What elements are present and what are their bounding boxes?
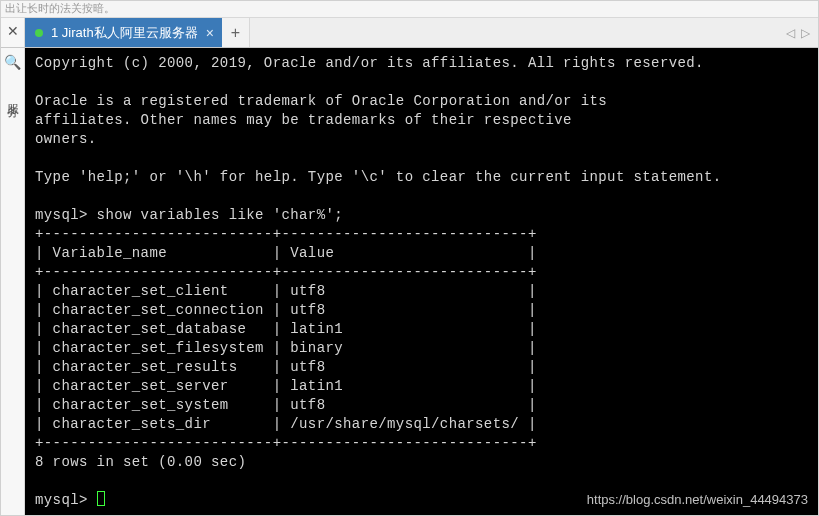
table-border-bot: +--------------------------+------------… — [35, 435, 537, 451]
tab-close-icon[interactable]: × — [206, 25, 214, 41]
term-trademark-line3: owners. — [35, 131, 97, 147]
status-dot-icon — [35, 29, 43, 37]
watermark: https://blog.csdn.net/weixin_44494373 — [587, 490, 808, 509]
side-gutter: 🔍 服务 — [1, 48, 25, 515]
table-border-mid: +--------------------------+------------… — [35, 264, 537, 280]
search-icon[interactable]: 🔍 — [4, 54, 21, 70]
table-row: | character_set_results | utf8 | — [35, 359, 537, 375]
terminal[interactable]: Copyright (c) 2000, 2019, Oracle and/or … — [25, 48, 818, 515]
tabbar-left-gutter: ✕ — [1, 18, 25, 47]
new-tab-button[interactable]: + — [222, 18, 250, 47]
main-area: 🔍 服务 Copyright (c) 2000, 2019, Oracle an… — [1, 48, 818, 515]
term-prompt-1: mysql> show variables like 'char%'; — [35, 207, 343, 223]
table-header: | Variable_name | Value | — [35, 245, 537, 261]
term-help-hint: Type 'help;' or '\h' for help. Type '\c'… — [35, 169, 722, 185]
tabbar-spacer — [250, 18, 778, 47]
term-trademark-line2: affiliates. Other names may be trademark… — [35, 112, 572, 128]
tab-next-icon[interactable]: ▷ — [801, 26, 810, 40]
tab-prev-icon[interactable]: ◁ — [786, 26, 795, 40]
tab-bar: ✕ 1 Jirath私人阿里云服务器 × + ◁ ▷ — [1, 18, 818, 48]
cropped-text-fragment: 出让长时的法关按暗。 — [1, 1, 818, 18]
table-row: | character_set_server | latin1 | — [35, 378, 537, 394]
table-row: | character_set_connection | utf8 | — [35, 302, 537, 318]
cursor-icon — [97, 491, 105, 506]
side-label-services[interactable]: 服务 — [4, 94, 21, 98]
term-prompt-2: mysql> — [35, 492, 97, 508]
table-row: | character_set_filesystem | binary | — [35, 340, 537, 356]
tab-nav-arrows: ◁ ▷ — [778, 18, 818, 47]
table-row: | character_sets_dir | /usr/share/mysql/… — [35, 416, 537, 432]
tab-title: 1 Jirath私人阿里云服务器 — [51, 24, 198, 42]
table-row: | character_set_database | latin1 | — [35, 321, 537, 337]
table-row: | character_set_system | utf8 | — [35, 397, 537, 413]
table-row: | character_set_client | utf8 | — [35, 283, 537, 299]
term-copyright: Copyright (c) 2000, 2019, Oracle and/or … — [35, 55, 704, 71]
term-trademark-line1: Oracle is a registered trademark of Orac… — [35, 93, 607, 109]
close-panel-icon[interactable]: ✕ — [7, 23, 19, 39]
term-summary: 8 rows in set (0.00 sec) — [35, 454, 246, 470]
table-border-top: +--------------------------+------------… — [35, 226, 537, 242]
tab-active-session[interactable]: 1 Jirath私人阿里云服务器 × — [25, 18, 222, 47]
